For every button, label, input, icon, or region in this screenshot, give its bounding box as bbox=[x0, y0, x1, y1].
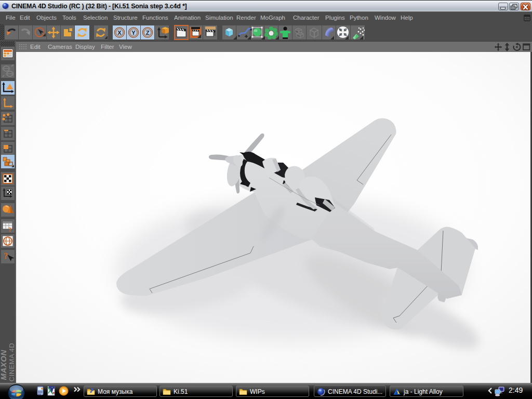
svg-text:CINEMA 4D: CINEMA 4D bbox=[8, 343, 16, 382]
svg-text:?: ? bbox=[4, 251, 8, 261]
svg-text:X: X bbox=[117, 30, 122, 36]
svg-text:Z: Z bbox=[146, 30, 150, 36]
svg-text:Y: Y bbox=[131, 30, 136, 36]
svg-text:?: ? bbox=[8, 225, 12, 233]
svg-text:MAXON: MAXON bbox=[0, 350, 8, 380]
